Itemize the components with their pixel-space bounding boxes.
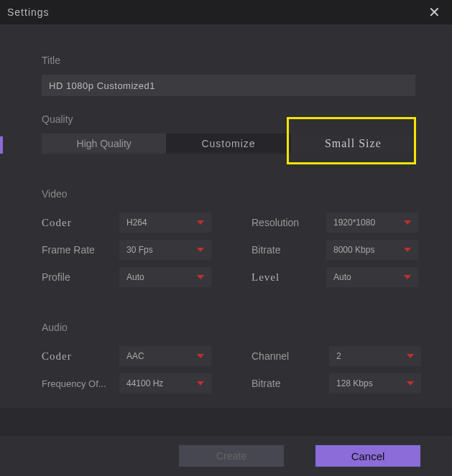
video-coder-value: H264: [126, 218, 147, 228]
video-coder-label: Coder: [42, 217, 119, 229]
chevron-down-icon: [197, 354, 204, 358]
audio-frequency-value: 44100 Hz: [126, 378, 163, 388]
settings-modal: Settings ✕ Title Quality High Quality Cu…: [0, 0, 452, 476]
create-button[interactable]: Create: [179, 445, 284, 467]
quality-toggle: High Quality Customize Small Size: [42, 134, 415, 154]
title-label: Title: [42, 55, 416, 66]
audio-section: Audio Coder AAC Channel 2: [42, 322, 416, 393]
accent-edge: [0, 136, 3, 154]
chevron-down-icon: [404, 275, 411, 279]
modal-content: Title Quality High Quality Customize Sma…: [0, 24, 452, 408]
chevron-down-icon: [197, 248, 204, 252]
video-resolution-value: 1920*1080: [333, 218, 375, 228]
audio-frequency-label: Frequency Of...: [42, 378, 119, 389]
video-profile-label: Profile: [42, 271, 119, 283]
video-bitrate-label: Bitrate: [252, 244, 326, 256]
video-coder-select[interactable]: H264: [119, 213, 211, 233]
audio-coder-label: Coder: [42, 350, 119, 363]
cancel-button[interactable]: Cancel: [315, 445, 420, 467]
modal-footer: Create Cancel: [0, 436, 452, 476]
video-bitrate-select[interactable]: 8000 Kbps: [326, 240, 418, 260]
audio-coder-select[interactable]: AAC: [119, 346, 211, 366]
audio-channel-select[interactable]: 2: [329, 346, 421, 366]
quality-label: Quality: [42, 113, 416, 125]
video-framerate-value: 30 Fps: [126, 245, 153, 255]
video-profile-select[interactable]: Auto: [119, 267, 211, 287]
video-resolution-select[interactable]: 1920*1080: [326, 213, 418, 233]
video-heading: Video: [42, 188, 416, 200]
chevron-down-icon: [407, 381, 414, 386]
video-profile-value: Auto: [126, 272, 144, 282]
video-level-label: Level: [252, 271, 326, 284]
quality-high-button[interactable]: High Quality: [42, 134, 166, 154]
modal-title: Settings: [7, 6, 50, 18]
video-bitrate-value: 8000 Kbps: [333, 245, 374, 255]
audio-bitrate-select[interactable]: 128 Kbps: [329, 373, 421, 393]
audio-frequency-select[interactable]: 44100 Hz: [119, 373, 211, 393]
quality-customize-button[interactable]: Customize: [166, 134, 290, 154]
audio-coder-value: AAC: [126, 351, 144, 361]
close-icon[interactable]: ✕: [424, 2, 445, 22]
video-level-select[interactable]: Auto: [326, 267, 418, 287]
chevron-down-icon: [197, 220, 204, 225]
title-input[interactable]: [42, 75, 415, 96]
audio-channel-label: Channel: [252, 350, 329, 362]
chevron-down-icon: [197, 381, 204, 386]
video-framerate-label: Frame Rate: [42, 244, 119, 256]
audio-bitrate-label: Bitrate: [252, 378, 329, 389]
video-level-value: Auto: [333, 272, 351, 282]
chevron-down-icon: [197, 275, 204, 279]
video-framerate-select[interactable]: 30 Fps: [119, 240, 211, 260]
audio-bitrate-value: 128 Kbps: [336, 378, 373, 388]
video-section: Video Coder H264 Resolution 1920*1080: [42, 188, 416, 287]
chevron-down-icon: [407, 354, 414, 358]
chevron-down-icon: [404, 220, 411, 225]
audio-channel-value: 2: [336, 351, 341, 361]
audio-heading: Audio: [42, 322, 416, 333]
chevron-down-icon: [404, 248, 411, 252]
quality-smallsize-button[interactable]: Small Size: [291, 134, 415, 154]
video-resolution-label: Resolution: [252, 217, 326, 228]
modal-header: Settings ✕: [0, 0, 452, 24]
